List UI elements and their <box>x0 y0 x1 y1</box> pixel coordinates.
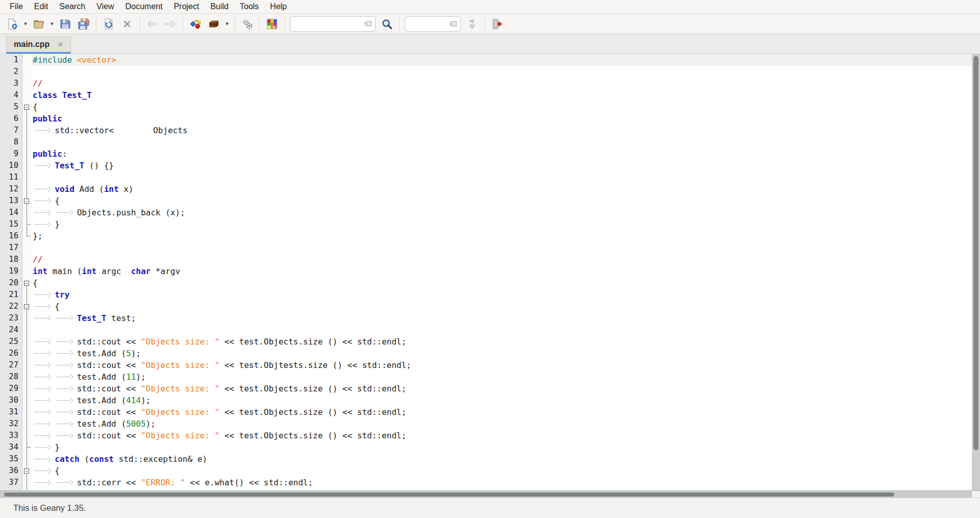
menu-tools[interactable]: Tools <box>234 0 264 14</box>
code-text[interactable]: } <box>32 218 980 230</box>
revert-button[interactable] <box>100 15 118 33</box>
open-file-dropdown[interactable]: ▾ <box>48 15 56 33</box>
code-line[interactable]: 33std::cout << "Objects size: " << test.… <box>0 430 980 441</box>
code-editor[interactable]: 1#include <vector>23//4class Test_T5{6pu… <box>0 54 980 490</box>
code-text[interactable]: // <box>32 254 980 265</box>
menu-project[interactable]: Project <box>168 0 205 14</box>
code-line[interactable]: 32test.Add (5005); <box>0 418 980 430</box>
code-text[interactable]: { <box>32 301 980 312</box>
code-line[interactable]: 19int main (int argc char *argv <box>0 265 980 277</box>
code-line[interactable]: 25std::cout << "Objects size: " << test.… <box>0 336 980 348</box>
build-dropdown[interactable]: ▾ <box>223 15 231 33</box>
code-text[interactable] <box>32 66 980 78</box>
fold-collapse-icon[interactable] <box>24 105 29 110</box>
code-text[interactable]: public: <box>32 148 980 160</box>
code-line[interactable]: 13{ <box>0 195 980 207</box>
code-line[interactable]: 31std::cout << "Objects size: " << test.… <box>0 406 980 418</box>
code-text[interactable]: }; <box>32 230 980 242</box>
code-line[interactable]: 10Test_T () {} <box>0 160 980 171</box>
search-button[interactable] <box>378 15 396 33</box>
quit-button[interactable] <box>488 15 506 33</box>
clear-entry-icon[interactable] <box>448 19 458 29</box>
menu-view[interactable]: View <box>91 0 119 14</box>
code-text[interactable]: int main (int argc char *argv <box>32 265 980 277</box>
code-line[interactable]: 7std::vector< Objects <box>0 125 980 136</box>
new-file-dropdown[interactable]: ▾ <box>21 15 30 33</box>
open-file-button[interactable] <box>30 15 48 33</box>
search-input[interactable] <box>290 16 376 32</box>
goto-line-input[interactable] <box>405 16 461 32</box>
code-line[interactable]: 24 <box>0 324 980 336</box>
code-text[interactable]: public <box>32 113 980 125</box>
fold-collapse-icon[interactable] <box>24 199 29 204</box>
code-text[interactable]: { <box>32 195 980 207</box>
code-line[interactable]: 28test.Add (11); <box>0 371 980 383</box>
build-button[interactable] <box>205 15 223 33</box>
code-line[interactable]: 15} <box>0 218 980 230</box>
compile-button[interactable] <box>186 15 205 33</box>
code-text[interactable]: test.Add (414); <box>32 394 980 406</box>
horizontal-scrollbar-thumb[interactable] <box>4 492 894 497</box>
save-all-button[interactable] <box>75 15 93 33</box>
code-line[interactable]: 2 <box>0 66 980 78</box>
menu-help[interactable]: Help <box>264 0 292 14</box>
code-line[interactable]: 11 <box>0 171 980 183</box>
navigate-back-button[interactable] <box>143 15 161 33</box>
code-text[interactable]: test.Add (5005); <box>32 418 980 430</box>
code-line[interactable]: 1#include <vector> <box>0 54 980 66</box>
code-text[interactable]: catch (const std::exception& e) <box>32 453 980 465</box>
code-text[interactable]: std::cout << "Objects size: " << test.Ob… <box>32 430 980 441</box>
code-line[interactable]: 4class Test_T <box>0 89 980 101</box>
code-text[interactable]: { <box>32 465 980 477</box>
code-line[interactable]: 12void Add (int x) <box>0 183 980 195</box>
tab-close-icon[interactable]: × <box>58 41 63 48</box>
code-text[interactable] <box>32 242 980 254</box>
code-line[interactable]: 17 <box>0 242 980 254</box>
menu-build[interactable]: Build <box>205 0 234 14</box>
code-text[interactable]: Test_T () {} <box>32 160 980 171</box>
code-text[interactable]: std::cout << "Objects size: " << test.Ob… <box>32 359 980 371</box>
code-text[interactable]: { <box>32 101 980 113</box>
fold-toggle[interactable] <box>22 301 32 312</box>
code-line[interactable]: 36{ <box>0 465 980 477</box>
clear-entry-icon[interactable] <box>363 19 373 29</box>
tab-main-cpp[interactable]: main.cpp × <box>6 36 71 54</box>
menu-search[interactable]: Search <box>54 0 91 14</box>
code-text[interactable] <box>32 324 980 336</box>
close-document-button[interactable] <box>118 15 136 33</box>
code-text[interactable] <box>32 136 980 148</box>
code-line[interactable]: 37std::cerr << "ERROR: " << e.what() << … <box>0 477 980 488</box>
horizontal-scrollbar[interactable] <box>0 490 972 498</box>
code-line[interactable]: 6public <box>0 113 980 125</box>
menu-document[interactable]: Document <box>119 0 168 14</box>
code-line[interactable]: 35catch (const std::exception& e) <box>0 453 980 465</box>
code-line[interactable]: 8 <box>0 136 980 148</box>
fold-collapse-icon[interactable] <box>24 468 29 474</box>
code-line[interactable]: 16}; <box>0 230 980 242</box>
code-line[interactable]: 21try <box>0 289 980 301</box>
code-text[interactable]: class Test_T <box>32 89 980 101</box>
new-file-button[interactable] <box>3 15 21 33</box>
code-text[interactable]: test.Add (5); <box>32 348 980 359</box>
code-text[interactable]: void Add (int x) <box>32 183 980 195</box>
vertical-scrollbar[interactable] <box>972 54 980 490</box>
code-line[interactable]: 18// <box>0 254 980 265</box>
code-text[interactable]: test.Add (11); <box>32 371 980 383</box>
code-line[interactable]: 26test.Add (5); <box>0 348 980 359</box>
code-line[interactable]: 22{ <box>0 301 980 312</box>
code-line[interactable]: 20{ <box>0 277 980 289</box>
code-text[interactable]: std::cerr << "ERROR: " << e.what() << st… <box>32 477 980 488</box>
code-text[interactable]: std::cout << "Objects size: " << test.Ob… <box>32 336 980 348</box>
goto-line-button[interactable] <box>463 15 481 33</box>
menu-edit[interactable]: Edit <box>29 0 54 14</box>
code-line[interactable]: 14Objects.push_back (x); <box>0 207 980 218</box>
code-text[interactable]: Objects.push_back (x); <box>32 207 980 218</box>
code-line[interactable]: 29std::cout << "Objects size: " << test.… <box>0 383 980 394</box>
code-line[interactable]: 30test.Add (414); <box>0 394 980 406</box>
code-text[interactable]: Test_T test; <box>32 312 980 324</box>
fold-toggle[interactable] <box>22 277 32 289</box>
code-line[interactable]: 9public: <box>0 148 980 160</box>
code-line[interactable]: 5{ <box>0 101 980 113</box>
execute-button[interactable] <box>238 15 256 33</box>
code-text[interactable] <box>32 171 980 183</box>
